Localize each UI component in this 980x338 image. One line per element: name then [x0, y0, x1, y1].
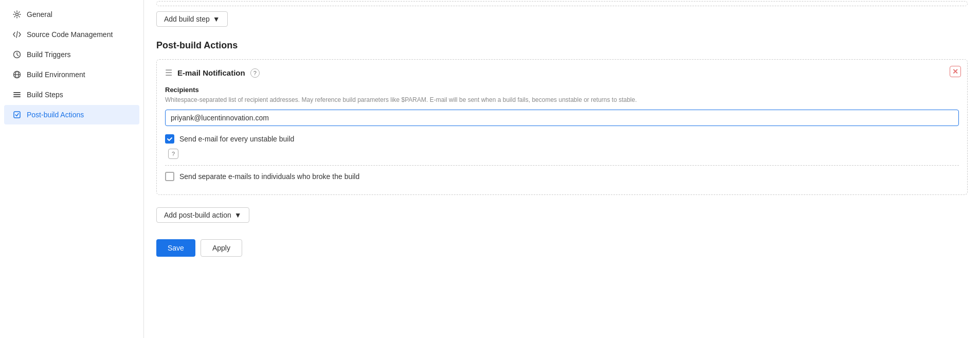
sidebar-item-source-code[interactable]: Source Code Management	[4, 25, 139, 44]
separate-checkbox-row: Send separate e-mails to individuals who…	[165, 172, 959, 181]
sidebar: General Source Code Management Build Tri…	[0, 0, 144, 338]
add-build-step-button[interactable]: Add build step ▼	[156, 11, 228, 27]
add-post-build-button[interactable]: Add post-build action ▼	[156, 207, 249, 223]
save-button[interactable]: Save	[156, 239, 195, 257]
unstable-checkbox-label: Send e-mail for every unstable build	[179, 135, 294, 143]
add-post-build-row: Add post-build action ▼	[156, 203, 968, 235]
email-notification-title: E-mail Notification	[177, 68, 245, 77]
sidebar-item-build-environment-label: Build Environment	[27, 70, 85, 79]
recipients-hint: Whitespace-separated list of recipient a…	[165, 96, 959, 104]
source-code-icon	[12, 30, 22, 39]
gear-icon	[12, 10, 22, 19]
svg-rect-5	[13, 94, 21, 95]
svg-rect-7	[14, 112, 20, 118]
close-card-button[interactable]: ✕	[950, 66, 961, 77]
unstable-help-icon[interactable]: ?	[168, 149, 178, 159]
svg-rect-4	[13, 92, 21, 93]
apply-button[interactable]: Apply	[201, 239, 242, 257]
svg-point-0	[16, 13, 19, 16]
card-header: ☰ E-mail Notification ?	[165, 68, 959, 78]
separate-checkbox[interactable]	[165, 172, 174, 181]
add-build-step-label: Add build step	[164, 15, 210, 23]
footer-buttons: Save Apply	[156, 235, 968, 257]
sidebar-item-post-build-label: Post-build Actions	[27, 111, 84, 119]
add-post-build-label: Add post-build action	[164, 211, 231, 219]
add-build-step-row: Add build step ▼	[156, 6, 968, 36]
post-build-section-title: Post-build Actions	[156, 36, 968, 51]
sidebar-item-build-environment[interactable]: Build Environment	[4, 65, 139, 84]
sidebar-item-build-triggers-label: Build Triggers	[27, 50, 71, 59]
svg-rect-6	[13, 96, 21, 97]
recipients-input[interactable]	[165, 110, 959, 126]
chevron-down-post-icon: ▼	[234, 211, 242, 219]
email-notification-help-icon[interactable]: ?	[250, 68, 260, 78]
build-steps-icon	[12, 90, 22, 99]
separate-checkbox-label: Send separate e-mails to individuals who…	[179, 172, 359, 181]
drag-handle-icon: ☰	[165, 68, 172, 78]
globe-icon	[12, 70, 22, 79]
clock-icon	[12, 50, 22, 59]
chevron-down-icon: ▼	[213, 15, 220, 23]
email-notification-card: ✕ ☰ E-mail Notification ? Recipients Whi…	[156, 59, 968, 195]
unstable-checkbox[interactable]	[165, 134, 174, 144]
unstable-checkbox-row: Send e-mail for every unstable build	[165, 134, 959, 144]
sidebar-item-post-build-actions[interactable]: Post-build Actions	[4, 105, 139, 124]
sidebar-item-source-code-label: Source Code Management	[27, 30, 113, 39]
sidebar-item-general[interactable]: General	[4, 5, 139, 24]
sidebar-item-general-label: General	[27, 10, 52, 19]
recipients-section: Recipients Whitespace-separated list of …	[165, 86, 959, 134]
sidebar-item-build-steps[interactable]: Build Steps	[4, 85, 139, 104]
main-content: Add build step ▼ Post-build Actions ✕ ☰ …	[144, 0, 980, 338]
sidebar-item-build-steps-label: Build Steps	[27, 91, 63, 99]
sidebar-item-build-triggers[interactable]: Build Triggers	[4, 45, 139, 64]
post-build-icon	[12, 110, 22, 119]
recipients-label: Recipients	[165, 86, 959, 94]
separator	[165, 165, 959, 166]
